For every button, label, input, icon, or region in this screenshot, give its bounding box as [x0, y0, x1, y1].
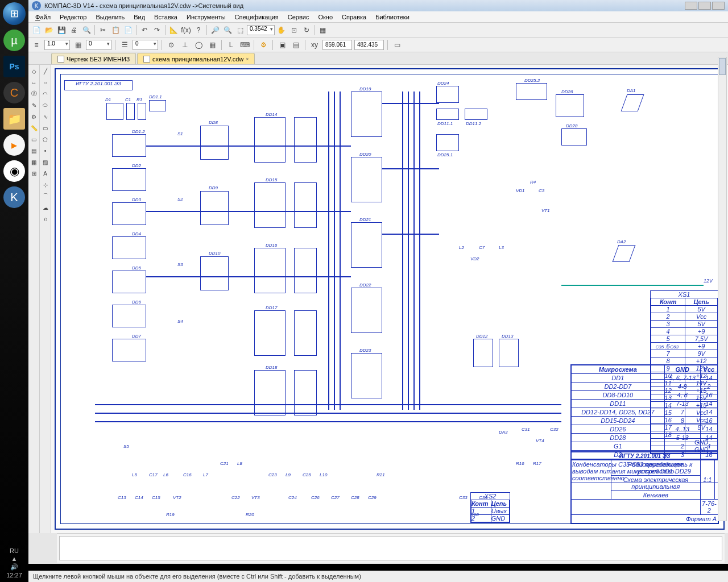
tab-close-icon[interactable]: ×	[246, 56, 249, 62]
menu-spec[interactable]: Спецификация	[230, 13, 283, 22]
menu-window[interactable]: Окно	[313, 13, 337, 22]
misc-button[interactable]: ▭	[391, 39, 403, 51]
save-button[interactable]: 💾	[56, 24, 67, 36]
cloud-icon[interactable]: ☁	[40, 202, 51, 213]
new-button[interactable]: 📄	[31, 24, 42, 36]
variables-button[interactable]: f(x)	[180, 24, 192, 36]
input-button[interactable]: ⌨	[239, 39, 250, 51]
redo-button[interactable]: ↷	[151, 24, 163, 36]
message-log[interactable]	[59, 536, 722, 560]
tray-icon[interactable]: ▲	[0, 555, 28, 562]
curve-icon[interactable]: ⌒	[40, 191, 51, 201]
maximize-button[interactable]	[698, 2, 711, 10]
line-style-button[interactable]: ≡	[31, 39, 42, 51]
language-indicator[interactable]: RU	[0, 547, 28, 554]
spec-icon[interactable]: ▤	[29, 146, 39, 156]
component-label: S3	[177, 262, 183, 267]
coord-x-field[interactable]	[322, 40, 352, 50]
zoom-combo[interactable]: 0.3542	[247, 25, 275, 35]
hatch-icon[interactable]: ▧	[40, 157, 51, 167]
measure-icon[interactable]: 📏	[29, 123, 39, 133]
dimension-icon[interactable]: ↔	[29, 77, 39, 88]
zoom-region-button[interactable]: ⬚	[234, 24, 246, 36]
param-icon[interactable]: ⚙	[29, 111, 39, 122]
drawing-canvas[interactable]: ИГТУ 2.201.001 ЭЗ D1 C1 R1 DD1.1	[51, 65, 728, 533]
document-tab[interactable]: Чертеж БЕЗ ИМЕНИ3	[51, 53, 136, 64]
text-icon[interactable]: A	[40, 168, 51, 178]
polygon-icon[interactable]: ⬠	[40, 134, 51, 144]
snap-settings-button[interactable]: ⚙	[258, 39, 269, 51]
arc-icon[interactable]: ◠	[40, 89, 51, 99]
edit-icon[interactable]: ✎	[29, 100, 39, 110]
print-button[interactable]: 🖨	[68, 24, 80, 36]
help-button[interactable]: ?	[193, 24, 204, 36]
view-colors-button[interactable]: ▤	[290, 39, 301, 51]
undo-button[interactable]: ↶	[139, 24, 150, 36]
menu-file[interactable]: ФФайлайл	[31, 13, 55, 22]
geometry-icon[interactable]: ◇	[29, 66, 39, 76]
grid-snap-button[interactable]: ▦	[206, 39, 218, 51]
taskbar-app-explorer[interactable]: 📁	[3, 108, 25, 130]
preview-button[interactable]: 🔍	[81, 24, 92, 36]
separator	[165, 25, 166, 35]
close-button[interactable]	[712, 2, 725, 10]
open-button[interactable]: 📂	[43, 24, 55, 36]
cut-button[interactable]: ✂	[97, 24, 109, 36]
spline-icon[interactable]: ∿	[40, 111, 51, 122]
menu-edit[interactable]: Редактор	[55, 13, 91, 22]
net-line	[146, 276, 351, 277]
menu-view[interactable]: Вид	[129, 13, 150, 22]
axis-icon[interactable]: ⊹	[40, 180, 51, 190]
insert-icon[interactable]: ⊞	[29, 168, 39, 178]
taskbar-app-media-player[interactable]: ▸	[3, 134, 25, 156]
taskbar-app-ccleaner[interactable]: C	[3, 82, 25, 103]
local-cs-button[interactable]: L	[225, 39, 237, 51]
pan-button[interactable]: ✋	[276, 24, 287, 36]
tray-icon[interactable]: 🔊	[0, 563, 28, 571]
view-state-button[interactable]: ▣	[276, 39, 288, 51]
vertical-scrollbar[interactable]	[718, 65, 727, 521]
taskbar-app-kompas[interactable]: K	[3, 186, 25, 208]
menu-select[interactable]: Выделить	[91, 13, 129, 22]
break-icon[interactable]: ⎌	[40, 214, 51, 224]
ortho-button[interactable]: ⊥	[179, 39, 191, 51]
paste-button[interactable]: 📄	[122, 24, 134, 36]
copy-button[interactable]: 📋	[110, 24, 121, 36]
start-button[interactable]: ⊞	[3, 2, 26, 25]
menu-tools[interactable]: Инструменты	[182, 13, 230, 22]
circle-icon[interactable]: ○	[40, 77, 51, 88]
round-button[interactable]: ◯	[193, 39, 204, 51]
menu-libraries[interactable]: Библиотеки	[371, 13, 414, 22]
layer-button[interactable]: ☰	[119, 39, 130, 51]
component-label: DD12	[476, 334, 487, 339]
snap-button[interactable]: ⊙	[166, 39, 177, 51]
menu-insert[interactable]: Вставка	[150, 13, 182, 22]
menu-service[interactable]: Сервис	[283, 13, 314, 22]
line-icon[interactable]: ╱	[40, 66, 51, 76]
scrollbar-thumb[interactable]	[719, 65, 726, 75]
reports-icon[interactable]: ▦	[29, 157, 39, 167]
properties-button[interactable]: 📐	[168, 24, 179, 36]
taskbar-app-chrome[interactable]: ◉	[3, 160, 25, 182]
zoom-out-button[interactable]: 🔍	[222, 24, 233, 36]
rect-icon[interactable]: ▭	[40, 123, 51, 133]
ellipse-icon[interactable]: ⬭	[40, 100, 51, 110]
designation-icon[interactable]: Ⓐ	[29, 89, 39, 99]
layer-combo[interactable]: 0	[133, 40, 158, 50]
grid-button[interactable]: ▦	[72, 39, 84, 51]
redraw-button[interactable]: ↻	[301, 24, 312, 36]
coord-y-field[interactable]	[354, 40, 384, 50]
menu-help[interactable]: Справка	[337, 13, 371, 22]
taskbar-app-utorrent[interactable]: µ	[3, 30, 25, 51]
step-combo[interactable]: 0	[86, 40, 111, 50]
views-button[interactable]: ▦	[317, 24, 329, 36]
minimize-button[interactable]	[685, 2, 697, 10]
clock[interactable]: 12:27	[0, 572, 28, 579]
taskbar-app-photoshop[interactable]: Ps	[3, 56, 25, 77]
zoom-in-button[interactable]: 🔎	[209, 24, 221, 36]
select-icon[interactable]: ▭	[29, 134, 39, 144]
fit-button[interactable]: ⊡	[288, 24, 300, 36]
document-tab-active[interactable]: схема принципиальная12V.cdw ×	[137, 53, 255, 64]
scale-combo[interactable]: 1.0	[44, 40, 70, 50]
point-icon[interactable]: •	[40, 146, 51, 156]
